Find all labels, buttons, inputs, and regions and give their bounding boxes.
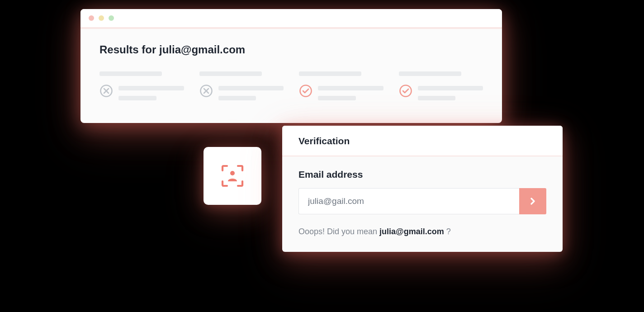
placeholder-bar — [318, 96, 356, 100]
hint-suffix: ? — [446, 227, 451, 236]
svg-point-3 — [400, 85, 411, 97]
verification-header: Verification — [282, 126, 563, 156]
placeholder-bar — [418, 96, 456, 100]
placeholder-bar — [199, 71, 262, 76]
placeholder-bar — [218, 86, 284, 90]
results-title: Results for julia@gmail.com — [99, 43, 483, 56]
traffic-light-close-icon[interactable] — [89, 15, 94, 21]
result-card — [99, 71, 184, 100]
chevron-right-icon — [529, 198, 536, 205]
titlebar — [80, 9, 502, 27]
check-circle-icon — [399, 84, 412, 98]
scan-person-icon — [220, 163, 245, 189]
svg-point-4 — [230, 171, 235, 175]
x-circle-icon — [199, 84, 213, 98]
placeholder-bar — [318, 86, 384, 90]
hint-suggestion[interactable]: julia@gmail.com — [379, 227, 444, 236]
x-circle-icon — [99, 84, 113, 98]
result-card — [199, 71, 284, 100]
result-card — [299, 71, 384, 100]
placeholder-bar — [99, 71, 162, 76]
result-card — [399, 71, 483, 100]
traffic-light-minimize-icon[interactable] — [99, 15, 104, 21]
placeholder-bar — [418, 86, 483, 90]
verification-title: Verification — [298, 136, 546, 147]
placeholder-bar — [118, 86, 184, 90]
results-window: Results for julia@gmail.com — [80, 9, 502, 123]
scan-badge — [204, 147, 261, 205]
placeholder-bar — [299, 71, 361, 76]
hint-prefix: Ooops! Did you mean — [298, 227, 379, 236]
traffic-light-zoom-icon[interactable] — [109, 15, 114, 21]
email-field[interactable] — [298, 188, 519, 214]
email-label: Email address — [298, 169, 546, 180]
verification-card: Verification Email address Ooops! Did yo… — [282, 126, 563, 252]
check-circle-icon — [299, 84, 313, 98]
hint-text: Ooops! Did you mean julia@gmail.com ? — [298, 227, 546, 236]
submit-button[interactable] — [519, 188, 546, 214]
placeholder-bar — [218, 96, 256, 100]
placeholder-bar — [399, 71, 461, 76]
svg-point-2 — [300, 85, 312, 97]
placeholder-bar — [118, 96, 156, 100]
